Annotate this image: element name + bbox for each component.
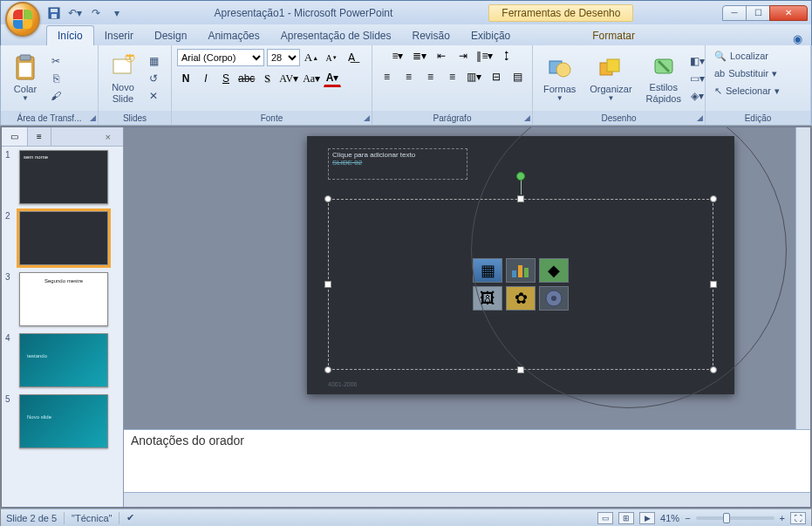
resize-handle[interactable]	[517, 195, 524, 202]
decrease-indent-icon[interactable]: ⇤	[432, 47, 451, 65]
insert-table-icon[interactable]: ▦	[473, 258, 502, 283]
strike-button[interactable]: abc	[237, 70, 256, 87]
sorter-view-button[interactable]: ⊞	[618, 512, 634, 524]
tab-review[interactable]: Revisão	[402, 26, 461, 45]
insert-picture-icon[interactable]: 🖼	[473, 286, 502, 311]
undo-icon[interactable]: ↶▾	[67, 5, 83, 21]
minimize-button[interactable]: ─	[722, 5, 747, 21]
tab-animations[interactable]: Animações	[197, 26, 270, 45]
resize-handle[interactable]	[324, 195, 331, 202]
tab-format[interactable]: Formatar	[582, 26, 645, 45]
columns-icon[interactable]: ▥▾	[465, 68, 484, 85]
slides-tab[interactable]: ▭	[2, 127, 28, 146]
numbering-icon[interactable]: ≣▾	[410, 47, 429, 65]
insert-media-icon[interactable]	[539, 286, 569, 311]
resize-handle[interactable]	[710, 366, 717, 373]
dialog-launcher-icon[interactable]: ◢	[524, 113, 530, 122]
copy-icon[interactable]: ⎘	[48, 71, 64, 86]
qat-menu-icon[interactable]: ▾	[109, 5, 125, 21]
increase-indent-icon[interactable]: ⇥	[454, 47, 473, 65]
text-direction-icon[interactable]: ⭥	[497, 47, 516, 65]
slide[interactable]: Clique para adicionar texto SLIDE 02	[307, 136, 734, 394]
align-text-icon[interactable]: ⊟	[487, 68, 506, 85]
resize-handle[interactable]	[324, 281, 331, 288]
slide-thumbnail[interactable]: 3Segundo mestre	[5, 272, 119, 326]
tab-home[interactable]: Início	[46, 25, 94, 45]
outline-tab[interactable]: ≡	[28, 127, 51, 146]
dialog-launcher-icon[interactable]: ◢	[364, 113, 370, 122]
maximize-button[interactable]: ☐	[746, 5, 770, 21]
redo-icon[interactable]: ↷	[88, 5, 104, 21]
line-spacing-icon[interactable]: ‖≡▾	[475, 47, 495, 65]
dialog-launcher-icon[interactable]: ◢	[90, 113, 96, 122]
arrange-button[interactable]: Organizar▼	[584, 48, 637, 109]
resize-handle[interactable]	[710, 195, 717, 202]
fit-window-button[interactable]: ⛶	[790, 512, 806, 524]
slide-thumbnail[interactable]: 4testando	[5, 333, 119, 387]
find-button[interactable]: 🔍Localizar	[711, 47, 805, 65]
paste-button[interactable]: Colar ▼	[6, 48, 44, 109]
office-button[interactable]	[5, 2, 40, 37]
slide-thumbnail[interactable]: 1sem nome	[5, 150, 119, 204]
shape-effects-icon[interactable]: ◈▾	[690, 88, 706, 104]
insert-smartart-icon[interactable]: ◆	[539, 258, 569, 283]
resize-handle[interactable]	[517, 366, 524, 373]
horizontal-scrollbar[interactable]	[124, 492, 810, 507]
spell-check-icon[interactable]: ✔	[126, 512, 134, 523]
shadow-button[interactable]: S	[258, 70, 276, 87]
normal-view-button[interactable]: ▭	[597, 512, 613, 524]
tab-view[interactable]: Exibição	[461, 26, 521, 45]
shape-outline-icon[interactable]: ▭▾	[690, 71, 706, 86]
quick-styles-button[interactable]: Estilos Rápidos	[641, 48, 686, 109]
font-color-icon[interactable]: A▾	[324, 70, 341, 87]
align-right-icon[interactable]: ≡	[421, 68, 440, 85]
resize-handle[interactable]	[324, 366, 331, 373]
zoom-level[interactable]: 41%	[660, 513, 679, 523]
font-family-combo[interactable]: Arial (Corpo)	[177, 49, 264, 66]
slide-canvas[interactable]: Clique para adicionar texto SLIDE 02	[124, 127, 810, 429]
delete-slide-icon[interactable]: ✕	[146, 88, 161, 104]
notes-pane[interactable]: Anotações do orador	[124, 429, 810, 492]
cut-icon[interactable]: ✂	[48, 53, 64, 69]
smartart-icon[interactable]: ▤	[508, 68, 528, 85]
italic-button[interactable]: I	[197, 70, 215, 87]
insert-chart-icon[interactable]	[506, 258, 536, 283]
zoom-out-button[interactable]: −	[685, 513, 690, 523]
content-placeholder[interactable]: ▦ ◆ 🖼 ✿	[328, 199, 713, 370]
new-slide-button[interactable]: Novo Slide	[104, 48, 142, 109]
zoom-slider[interactable]	[696, 516, 774, 520]
clear-format-icon[interactable]: A͟	[343, 49, 360, 66]
shapes-button[interactable]: Formas▼	[538, 48, 581, 109]
bold-button[interactable]: N	[177, 70, 194, 87]
dialog-launcher-icon[interactable]: ◢	[697, 113, 703, 122]
resize-handle[interactable]	[710, 281, 717, 288]
title-placeholder[interactable]: Clique para adicionar texto SLIDE 02	[328, 148, 467, 180]
slide-thumbnail[interactable]: 5Novo slide	[5, 394, 119, 448]
tab-slideshow[interactable]: Apresentação de Slides	[270, 26, 402, 45]
tab-insert[interactable]: Inserir	[94, 26, 144, 45]
vertical-scrollbar[interactable]	[795, 127, 810, 429]
format-painter-icon[interactable]: 🖌	[48, 88, 64, 104]
slideshow-view-button[interactable]: ▶	[639, 512, 655, 524]
insert-clipart-icon[interactable]: ✿	[506, 286, 536, 311]
grow-font-icon[interactable]: A▲	[303, 49, 320, 66]
change-case-icon[interactable]: Aa▾	[302, 70, 321, 87]
justify-icon[interactable]: ≡	[443, 68, 462, 85]
align-center-icon[interactable]: ≡	[399, 68, 419, 85]
shrink-font-icon[interactable]: A▼	[323, 49, 340, 66]
close-button[interactable]: ✕	[769, 5, 808, 21]
help-icon[interactable]: ◉	[793, 32, 802, 45]
layout-icon[interactable]: ▦	[146, 53, 161, 69]
shape-fill-icon[interactable]: ◧▾	[690, 53, 706, 69]
rotate-handle[interactable]	[516, 172, 525, 181]
replace-button[interactable]: abSubstituir ▾	[711, 65, 805, 82]
save-icon[interactable]	[46, 5, 62, 21]
tab-design[interactable]: Design	[144, 26, 197, 45]
reset-icon[interactable]: ↺	[146, 71, 161, 86]
underline-button[interactable]: S	[217, 70, 235, 87]
font-size-combo[interactable]: 28	[267, 49, 300, 66]
bullets-icon[interactable]: ≡▾	[388, 47, 407, 65]
close-panel-icon[interactable]: ×	[102, 132, 114, 142]
slide-thumbnail[interactable]: 2	[5, 211, 119, 265]
select-button[interactable]: ↖Selecionar ▾	[711, 82, 805, 99]
